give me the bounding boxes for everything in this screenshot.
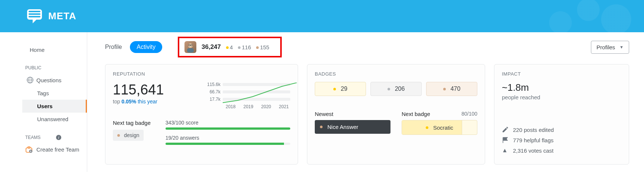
nav-home[interactable]: Home <box>25 43 87 56</box>
gold-dot-icon <box>426 126 428 129</box>
nav-questions[interactable]: Questions <box>23 73 87 87</box>
banner-decoration <box>458 0 644 32</box>
impact-card: IMPACT ~1.8m people reached 220 posts ed… <box>494 64 629 165</box>
impact-flags[interactable]: 779 helpful flags <box>502 137 621 143</box>
svg-rect-12 <box>30 150 32 152</box>
summary-silver: 116 <box>238 44 251 50</box>
avatar[interactable] <box>184 41 196 53</box>
impact-reach-label: people reached <box>502 94 621 100</box>
svg-rect-2 <box>29 13 40 15</box>
newest-label: Newest <box>315 111 390 117</box>
gold-badge-box[interactable]: 29 <box>315 82 366 96</box>
svg-rect-3 <box>29 16 40 17</box>
nav-questions-label: Questions <box>36 77 62 83</box>
reputation-chart[interactable]: 115.6k 66.7k 17.7k 2018 2019 2020 2021 <box>206 82 290 109</box>
site-name: META <box>48 10 76 22</box>
impact-votes[interactable]: ▲ 2,316 votes cast <box>502 147 621 154</box>
answer-progress: 19/20 answers <box>166 135 290 145</box>
profiles-dropdown[interactable]: Profiles ▼ <box>591 41 629 54</box>
summary-bronze: 155 <box>256 44 269 50</box>
score-progress: 343/100 score <box>166 120 290 130</box>
tag-chip-design[interactable]: design <box>113 130 144 141</box>
bronze-dot-icon <box>117 134 120 137</box>
nav-unanswered[interactable]: Unanswered <box>30 113 87 126</box>
briefcase-icon <box>25 146 33 153</box>
badges-card: BADGES 29 206 470 Newest Nice Answer <box>307 64 485 165</box>
svg-rect-1 <box>29 11 40 12</box>
tab-activity[interactable]: Activity <box>130 41 162 53</box>
info-icon[interactable]: i <box>56 134 62 140</box>
tab-profile[interactable]: Profile <box>105 44 122 50</box>
nav-section-teams: TEAMS <box>25 135 40 140</box>
summary-rep: 36,247 <box>202 43 221 51</box>
summary-gold: 4 <box>226 44 233 50</box>
next-badge-pill[interactable]: Socratic <box>402 120 477 135</box>
reputation-card: REPUTATION 115,641 top 0.05% this year 1… <box>105 64 298 165</box>
svg-point-13 <box>188 43 193 48</box>
bronze-badge-box[interactable]: 470 <box>426 82 477 96</box>
impact-reach: ~1.8m <box>502 82 621 93</box>
reputation-title: REPUTATION <box>113 71 290 77</box>
create-team-label: Create free Team <box>36 146 79 153</box>
logo-icon <box>26 8 43 25</box>
site-logo[interactable]: META <box>26 8 76 25</box>
reputation-subtext[interactable]: top 0.05% this year <box>113 99 194 104</box>
badges-title: BADGES <box>315 71 477 77</box>
user-summary-box: 36,247 4 116 155 <box>178 37 282 57</box>
globe-icon <box>27 77 33 83</box>
caret-down-icon: ▼ <box>620 45 624 49</box>
impact-edits[interactable]: 220 posts edited <box>502 126 621 133</box>
svg-rect-14 <box>187 48 194 53</box>
profiles-label: Profiles <box>596 44 615 50</box>
bronze-dot-icon <box>320 126 323 128</box>
newest-badge-pill[interactable]: Nice Answer <box>315 120 390 134</box>
pencil-icon <box>502 126 509 133</box>
triangle-up-icon: ▲ <box>502 147 509 154</box>
left-sidebar: Home PUBLIC Questions Tags Users Unanswe… <box>0 32 87 172</box>
nav-section-public: PUBLIC <box>25 65 87 70</box>
next-tag-label: Next tag badge <box>113 120 151 126</box>
nav-tags[interactable]: Tags <box>30 87 87 100</box>
silver-badge-box[interactable]: 206 <box>370 82 422 96</box>
create-team-link[interactable]: Create free Team <box>25 143 87 155</box>
svg-rect-10 <box>28 147 30 148</box>
top-banner: META <box>0 0 644 32</box>
main-content: Profile Activity 36,247 4 116 155 Profil… <box>87 32 644 172</box>
nav-users[interactable]: Users <box>22 100 87 113</box>
line-chart-icon <box>223 83 297 105</box>
impact-title: IMPACT <box>502 71 621 77</box>
next-badge-label: Next badge 80/100 <box>402 111 477 117</box>
reputation-value: 115,641 <box>113 82 194 98</box>
flag-icon <box>502 137 509 143</box>
